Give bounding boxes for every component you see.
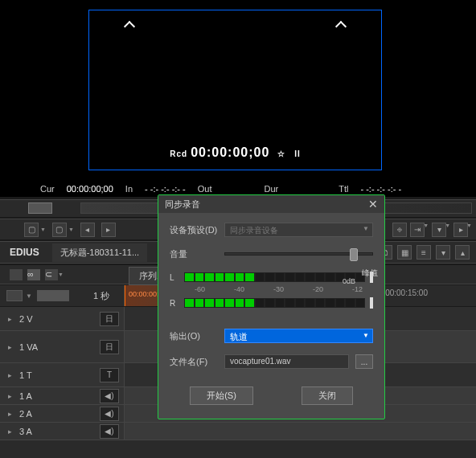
track-name: 1 A	[19, 391, 100, 401]
slider-thumb[interactable]	[350, 248, 358, 261]
ttl-label: Ttl	[339, 184, 348, 194]
output-dropdown[interactable]: 轨道	[224, 329, 373, 343]
meter-scale: -60 -40 -30 -20 -12	[170, 285, 373, 293]
project-title[interactable]: 无标题-180311-11...	[52, 243, 147, 262]
track-name: 3 A	[19, 427, 100, 436]
track-type-icon[interactable]: 日	[100, 340, 119, 354]
meter-r	[184, 298, 365, 308]
start-button[interactable]: 开始(S)	[190, 386, 253, 405]
peak-label: 峰值	[362, 268, 378, 279]
track-tool-icon[interactable]: ∞	[27, 269, 40, 280]
tool-icon[interactable]: ≡	[416, 245, 431, 260]
volume-label: 音量	[170, 248, 218, 260]
track-type-icon[interactable]: T	[100, 368, 119, 382]
meter-l-label: L	[170, 273, 179, 282]
track-name: 1 T	[19, 370, 100, 380]
expand-icon[interactable]: ▸	[5, 314, 14, 324]
track-tool-icon[interactable]	[10, 269, 23, 280]
zoom-out-icon[interactable]	[6, 290, 23, 301]
sync-record-dialog: 同步录音 ✕ 设备预设(D) 同步录音设备 音量 L -60	[158, 194, 385, 419]
zoom-slider[interactable]	[37, 290, 69, 301]
in-value: - -:- -:- -:- -	[145, 184, 186, 194]
filename-label: 文件名(F)	[170, 356, 218, 368]
track-row[interactable]: ▸ 3 A ◀)	[0, 423, 476, 440]
preview-frame: Rcd00:00:00;00 ☆ II	[88, 10, 382, 170]
tool-button[interactable]: ⎆	[392, 223, 407, 237]
tool-button[interactable]: ◂	[80, 223, 95, 237]
safe-area-corner	[124, 21, 135, 32]
volume-slider[interactable]	[224, 252, 373, 256]
tool-button[interactable]: ▢	[52, 223, 67, 237]
speaker-icon[interactable]: ◀)	[100, 389, 119, 403]
meter-r-label: R	[170, 299, 179, 308]
cur-value: 00:00:00;00	[67, 184, 113, 194]
expand-icon[interactable]: ▸	[5, 370, 14, 380]
speaker-icon[interactable]: ◀)	[100, 407, 119, 421]
filename-input[interactable]: vocapture01.wav	[224, 354, 349, 369]
dialog-titlebar[interactable]: 同步录音 ✕	[158, 195, 384, 213]
out-label: Out	[198, 184, 212, 194]
expand-icon[interactable]: ▸	[5, 427, 14, 436]
dialog-title: 同步录音	[165, 198, 200, 211]
record-timecode: Rcd00:00:00;00 ☆ II	[89, 145, 381, 160]
dur-label: Dur	[264, 184, 278, 194]
time-mark: |00:00:15:00	[384, 288, 428, 297]
track-type-icon[interactable]: 日	[100, 312, 119, 326]
tool-icon[interactable]: ▴	[455, 245, 470, 260]
preview-monitor: Rcd00:00:00;00 ☆ II	[0, 0, 476, 197]
speaker-icon[interactable]: ◀)	[100, 424, 119, 439]
tool-button[interactable]: ▸	[101, 223, 116, 237]
browse-button[interactable]: ...	[355, 354, 373, 369]
meter-l	[184, 272, 365, 282]
tool-icon[interactable]: ▾	[436, 245, 450, 260]
device-dropdown[interactable]: 同步录音设备	[224, 223, 373, 237]
app-brand: EDIUS	[0, 243, 49, 261]
device-label: 设备预设(D)	[170, 224, 218, 236]
output-label: 输出(O)	[170, 330, 218, 342]
cur-label: Cur	[40, 184, 55, 194]
db-label: 0dB	[343, 277, 355, 285]
meter-peak-indicator	[370, 297, 373, 309]
close-icon[interactable]: ✕	[368, 198, 378, 211]
track-toolbar: ∞ ⊂ ▼	[0, 265, 125, 284]
ttl-value: - -:- -:- -:- -	[360, 184, 401, 194]
expand-icon[interactable]: ▸	[5, 409, 14, 419]
expand-icon[interactable]: ▸	[5, 342, 14, 352]
track-name: 2 A	[19, 409, 100, 419]
track-name: 1 VA	[19, 342, 100, 352]
time-unit: 1 秒	[93, 290, 109, 302]
safe-area-corner	[335, 21, 347, 32]
close-button[interactable]: 关闭	[302, 386, 353, 405]
ruler-handle[interactable]	[28, 202, 52, 214]
in-label: In	[125, 184, 133, 194]
expand-icon[interactable]: ▸	[5, 391, 14, 401]
track-name: 2 V	[19, 314, 100, 324]
tool-button[interactable]: ▢	[24, 223, 39, 237]
track-tool-icon[interactable]: ⊂	[45, 269, 58, 280]
tool-icon[interactable]: ▦	[397, 245, 412, 260]
